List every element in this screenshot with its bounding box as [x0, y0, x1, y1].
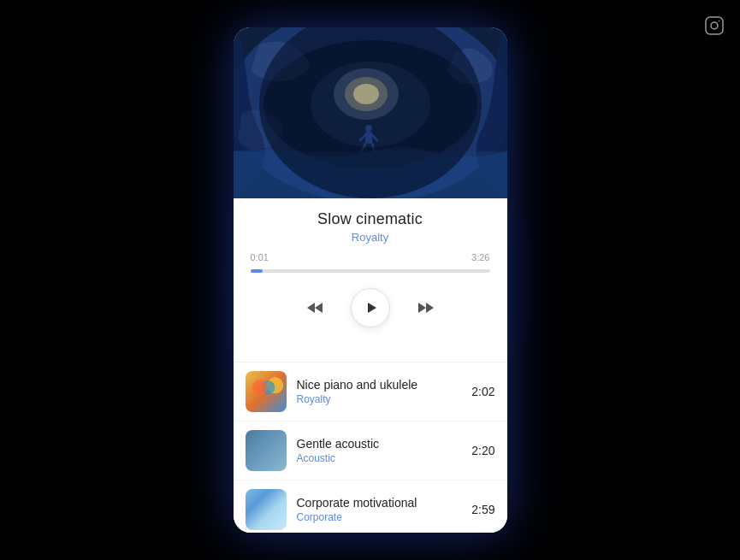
player-top: Slow cinematic Royalty 0:01 3:26	[234, 27, 507, 362]
track-genre: Royalty	[251, 231, 490, 244]
rewind-button[interactable]	[303, 298, 327, 318]
play-button[interactable]	[351, 288, 390, 327]
time-total: 3:26	[471, 252, 489, 262]
playlist-track-genre-3: Corporate	[297, 511, 462, 523]
playlist-item[interactable]: Nice piano and ukulele Royalty 2:02	[234, 363, 507, 421]
playlist-item[interactable]: Corporate motivational Corporate 2:59	[234, 480, 507, 533]
player-card: Slow cinematic Royalty 0:01 3:26	[234, 27, 507, 533]
svg-marker-12	[307, 303, 315, 313]
svg-marker-15	[418, 303, 426, 313]
playlist-track-name-3: Corporate motivational	[297, 496, 462, 510]
playlist-info-2: Gentle acoustic Acoustic	[297, 437, 462, 464]
playlist-thumb-3	[246, 489, 287, 530]
progress-fill	[251, 269, 263, 273]
playlist-duration-3: 2:59	[471, 503, 494, 516]
svg-point-2	[719, 21, 720, 22]
playlist-track-name-1: Nice piano and ukulele	[297, 378, 462, 392]
playlist-thumb-1	[246, 371, 287, 412]
svg-point-9	[365, 125, 372, 132]
playlist-duration-1: 2:02	[471, 385, 494, 398]
playlist-info-3: Corporate motivational Corporate	[297, 496, 462, 523]
svg-marker-13	[315, 303, 323, 313]
progress-section[interactable]: 0:01 3:26	[234, 244, 507, 273]
track-info: Slow cinematic Royalty	[234, 198, 507, 244]
progress-bar[interactable]	[251, 269, 490, 273]
album-art	[234, 27, 507, 198]
time-current: 0:01	[251, 252, 269, 262]
playlist-info-1: Nice piano and ukulele Royalty	[297, 378, 462, 405]
playlist-track-genre-2: Acoustic	[297, 452, 462, 464]
playlist-track-name-2: Gentle acoustic	[297, 437, 462, 451]
svg-rect-10	[365, 132, 372, 144]
svg-rect-0	[706, 17, 723, 34]
playlist-item[interactable]: Gentle acoustic Acoustic 2:20	[234, 421, 507, 480]
playlist-thumb-2	[246, 430, 287, 471]
playlist: Nice piano and ukulele Royalty 2:02 Gent…	[234, 362, 507, 533]
forward-button[interactable]	[414, 298, 438, 318]
svg-point-7	[353, 84, 379, 104]
svg-marker-14	[368, 303, 376, 313]
playlist-track-genre-1: Royalty	[297, 393, 462, 405]
instagram-icon[interactable]	[704, 15, 725, 41]
svg-point-1	[711, 22, 718, 29]
svg-marker-16	[426, 303, 434, 313]
playlist-duration-2: 2:20	[471, 444, 494, 457]
track-title: Slow cinematic	[251, 210, 490, 228]
player-controls	[234, 276, 507, 345]
